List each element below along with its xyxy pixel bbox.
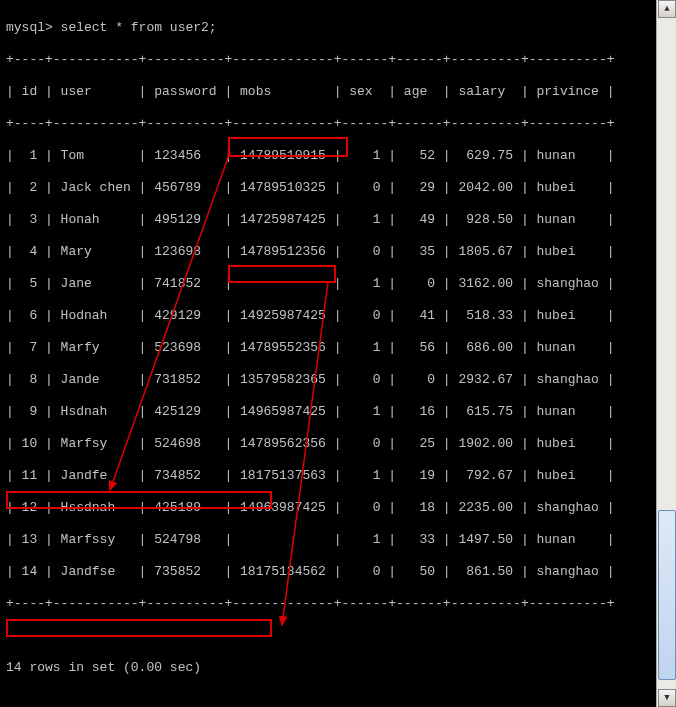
table1-sep: +----+-----------+----------+-----------… (6, 52, 670, 68)
empty-line (6, 628, 670, 644)
scroll-up-button[interactable]: ▲ (658, 0, 676, 18)
table-row: | 4 | Mary | 123698 | 14789512356 | 0 | … (6, 244, 670, 260)
table-row: | 13 | Marfssy | 524798 | | 1 | 33 | 149… (6, 532, 670, 548)
table-row: | 6 | Hodnah | 429129 | 14925987425 | 0 … (6, 308, 670, 324)
table-row: | 11 | Jandfe | 734852 | 18175137563 | 1… (6, 468, 670, 484)
table-row: | 2 | Jack chen | 456789 | 14789510325 |… (6, 180, 670, 196)
scroll-thumb[interactable] (658, 510, 676, 680)
table-row: | 14 | Jandfse | 735852 | 18175134562 | … (6, 564, 670, 580)
table-row: | 7 | Marfy | 523698 | 14789552356 | 1 |… (6, 340, 670, 356)
empty-line (6, 692, 670, 707)
rows-summary-1: 14 rows in set (0.00 sec) (6, 660, 670, 676)
table-row: | 9 | Hsdnah | 425129 | 14965987425 | 1 … (6, 404, 670, 420)
table1-sep: +----+-----------+----------+-----------… (6, 596, 670, 612)
table1-sep: +----+-----------+----------+-----------… (6, 116, 670, 132)
table-row: | 8 | Jande | 731852 | 13579582365 | 0 |… (6, 372, 670, 388)
table-row: | 12 | Hssdnah | 425189 | 14963987425 | … (6, 500, 670, 516)
vertical-scrollbar[interactable]: ▲ ▼ (656, 0, 676, 707)
terminal-output[interactable]: mysql> select * from user2; +----+------… (0, 0, 676, 707)
table-row: | 3 | Honah | 495129 | 14725987425 | 1 |… (6, 212, 670, 228)
scroll-down-button[interactable]: ▼ (658, 689, 676, 707)
table-row: | 5 | Jane | 741852 | | 1 | 0 | 3162.00 … (6, 276, 670, 292)
table1-header: | id | user | password | mobs | sex | ag… (6, 84, 670, 100)
table-row: | 10 | Marfsy | 524698 | 14789562356 | 0… (6, 436, 670, 452)
sql-prompt-1: mysql> select * from user2; (6, 20, 670, 36)
table-row: | 1 | Tom | 123456 | 14789510915 | 1 | 5… (6, 148, 670, 164)
